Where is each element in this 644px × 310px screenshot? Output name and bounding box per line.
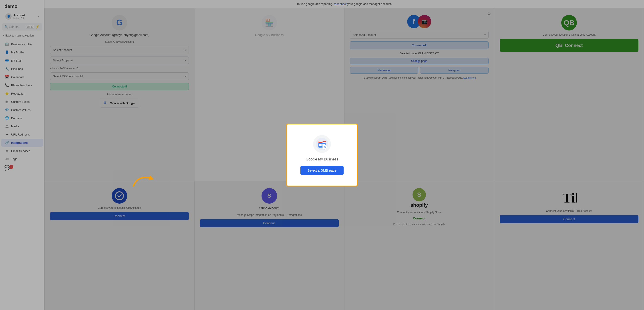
- gmb-modal-title: Google My Business: [306, 157, 338, 161]
- svg-text:G: G: [324, 146, 326, 148]
- gmb-modal: G Google My Business Select a GMB page: [286, 124, 358, 186]
- gmb-select-button[interactable]: Select a GMB page: [300, 166, 344, 175]
- gmb-modal-icon: G: [313, 135, 331, 153]
- svg-rect-4: [319, 144, 322, 146]
- modal-overlay: G Google My Business Select a GMB page: [0, 0, 644, 310]
